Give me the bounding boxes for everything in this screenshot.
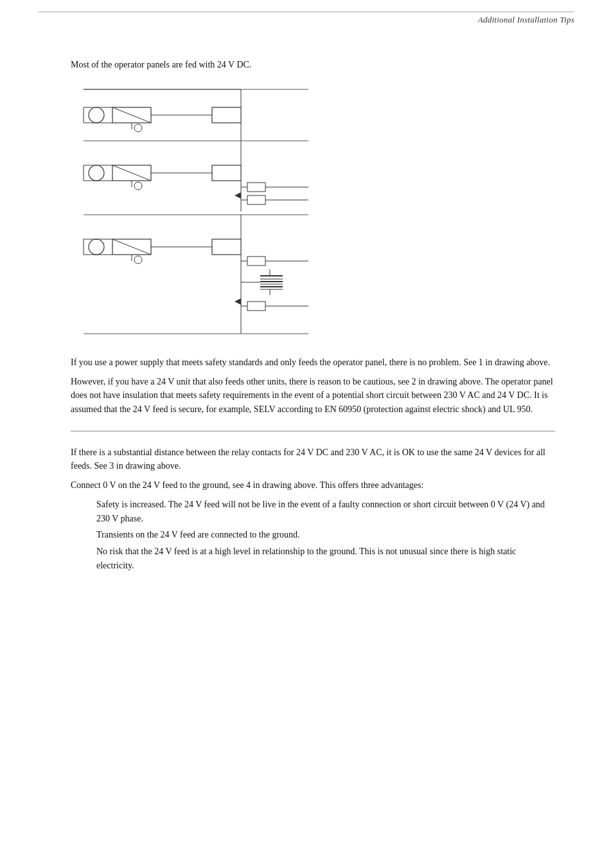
paragraph-2: However, if you have a 24 V unit that al…	[71, 375, 555, 417]
svg-marker-33	[235, 192, 241, 199]
section2-bullet2: Transients on the 24 V feed are connecte…	[96, 528, 555, 542]
svg-rect-59	[247, 302, 265, 311]
svg-rect-21	[212, 165, 241, 181]
svg-point-35	[89, 239, 104, 255]
svg-line-3	[112, 107, 151, 123]
svg-rect-27	[247, 183, 265, 192]
section-2: If there is a substantial distance betwe…	[71, 446, 555, 573]
paragraph-1: If you use a power supply that meets saf…	[71, 356, 555, 370]
svg-rect-30	[247, 195, 265, 204]
circuit-diagram-area	[71, 83, 555, 340]
svg-line-17	[112, 165, 151, 181]
svg-point-5	[134, 124, 142, 132]
svg-rect-7	[212, 107, 241, 123]
main-content: Most of the operator panels are fed with…	[71, 58, 555, 575]
svg-point-15	[89, 165, 104, 181]
circuit-svg	[71, 83, 341, 340]
section2-para2: Connect 0 V on the 24 V feed to the grou…	[71, 478, 555, 493]
svg-point-1	[89, 107, 104, 123]
svg-rect-41	[212, 239, 241, 255]
page: Additional Installation Tips Most of the…	[0, 0, 613, 868]
svg-line-37	[112, 239, 151, 255]
section2-bullet3: No risk that the 24 V feed is at a high …	[96, 545, 555, 572]
svg-point-39	[134, 256, 142, 264]
intro-paragraph: Most of the operator panels are fed with…	[71, 58, 555, 71]
page-header: Additional Installation Tips	[39, 12, 574, 25]
svg-point-19	[134, 182, 142, 190]
section2-bullet1: Safety is increased. The 24 V feed will …	[96, 498, 555, 525]
svg-marker-62	[235, 298, 241, 305]
section2-para1: If there is a substantial distance betwe…	[71, 446, 555, 473]
section-divider-1	[71, 431, 555, 431]
svg-rect-47	[247, 257, 265, 266]
header-title: Additional Installation Tips	[478, 15, 574, 25]
